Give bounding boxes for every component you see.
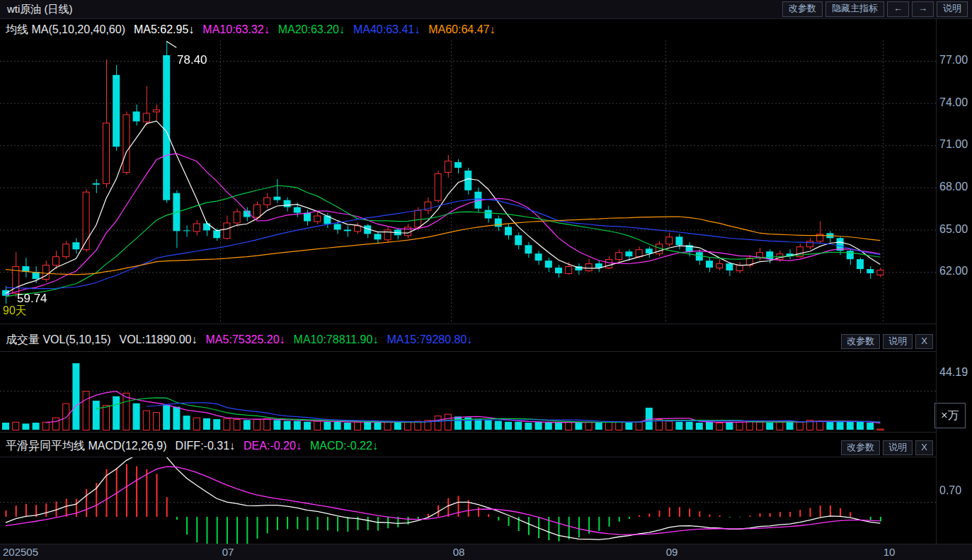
time-axis-bar xyxy=(0,544,972,560)
macd-hist-value: MACD:-0.22↓ xyxy=(310,440,378,452)
macd-axis-label: 0.70 xyxy=(939,484,961,497)
volume-chart-canvas[interactable] xyxy=(0,352,936,432)
macd-toolbar: 改参数 说明 X xyxy=(841,440,933,455)
price-axis-label: 71.00 xyxy=(939,138,968,151)
volume-close-button[interactable]: X xyxy=(915,334,933,349)
price-axis-label: 68.00 xyxy=(939,181,968,193)
vol-ma5-value: MA5:75325.20↓ xyxy=(206,333,285,345)
volume-help-button[interactable]: 说明 xyxy=(883,334,913,349)
ma-info-row: 均线 MA(5,10,20,40,60)MA5:62.95↓MA10:63.32… xyxy=(6,23,503,38)
macd-dea-value: DEA:-0.20↓ xyxy=(244,440,302,452)
volume-toolbar: 改参数 说明 X xyxy=(841,334,933,349)
volume-current: VOL:11890.00↓ xyxy=(120,333,198,345)
axis-border xyxy=(936,18,937,544)
ma10-value: MA10:63.32↓ xyxy=(202,23,269,35)
main-toolbar: 改参数 隐藏主指标 ← → 说明 xyxy=(782,1,968,17)
panel-divider xyxy=(0,432,936,433)
macd-modify-params-button[interactable]: 改参数 xyxy=(841,440,880,455)
macd-chart-canvas[interactable] xyxy=(0,457,936,544)
volume-title: 成交量 VOL(5,10,15) xyxy=(6,333,111,345)
price-axis-label: 62.00 xyxy=(939,265,968,278)
macd-close-button[interactable]: X xyxy=(915,440,933,455)
price-axis-label: 77.00 xyxy=(939,54,968,67)
time-axis-label-oct: 10 xyxy=(884,546,896,558)
modify-params-button[interactable]: 改参数 xyxy=(782,1,823,17)
vol-ma15-value: MA15:79280.80↓ xyxy=(387,333,472,345)
ma-params-label: 均线 MA(5,10,20,40,60) xyxy=(6,23,125,35)
range-label: 90天 xyxy=(3,304,27,319)
price-axis-label: 74.00 xyxy=(939,96,968,109)
time-axis-label-may: 202505 xyxy=(3,546,38,558)
high-price-annotation: 78.40 xyxy=(177,53,207,67)
panel-divider xyxy=(0,324,936,324)
vol-ma10-value: MA10:78811.90↓ xyxy=(294,333,379,345)
main-chart-canvas[interactable] xyxy=(0,40,936,324)
ma5-value: MA5:62.95↓ xyxy=(134,23,194,35)
ma20-value: MA20:63.20↓ xyxy=(278,23,345,35)
ma60-value: MA60:64.47↓ xyxy=(428,23,495,35)
time-axis-label-jul: 07 xyxy=(222,546,234,558)
macd-title: 平滑异同平均线 MACD(12,26,9) xyxy=(6,440,167,452)
macd-help-button[interactable]: 说明 xyxy=(883,440,913,455)
ma40-value: MA40:63.41↓ xyxy=(353,23,420,35)
arrow-left-button[interactable]: ← xyxy=(887,1,909,17)
hide-main-indicator-button[interactable]: 隐藏主指标 xyxy=(825,1,884,17)
macd-info-row: 平滑异同平均线 MACD(12,26,9)DIFF:-0.31↓DEA:-0.2… xyxy=(6,439,387,454)
volume-modify-params-button[interactable]: 改参数 xyxy=(841,334,880,349)
volume-unit-badge: ×万 xyxy=(934,403,966,428)
time-axis-label-sep: 09 xyxy=(666,546,678,558)
volume-axis-label: 44.19 xyxy=(939,366,968,379)
stock-chart-app: wti原油 (日线) 改参数 隐藏主指标 ← → 说明 均线 MA(5,10,2… xyxy=(0,0,972,560)
volume-info-row: 成交量 VOL(5,10,15)VOL:11890.00↓MA5:75325.2… xyxy=(6,333,481,348)
help-button[interactable]: 说明 xyxy=(937,1,968,17)
page-title: wti原油 (日线) xyxy=(7,3,73,16)
arrow-right-button[interactable]: → xyxy=(912,1,934,17)
price-axis-label: 65.00 xyxy=(939,223,968,236)
time-axis-label-aug: 08 xyxy=(453,546,465,558)
macd-diff-value: DIFF:-0.31↓ xyxy=(176,440,235,452)
